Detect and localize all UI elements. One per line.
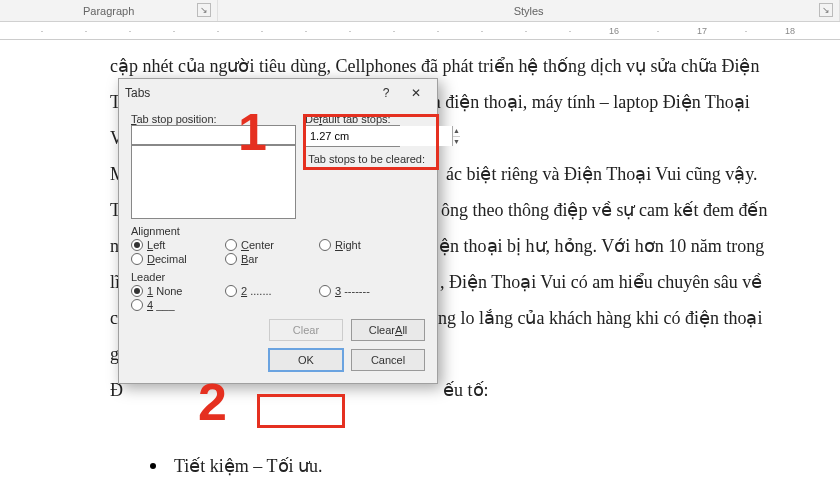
spinner-down-icon[interactable]: ▼ [453, 137, 460, 147]
ribbon-label-styles: Styles [514, 5, 544, 17]
default-tab-stops-label: Default tab stops: [305, 113, 425, 125]
alignment-label: Alignment [131, 225, 425, 237]
default-tab-stops-spinner[interactable]: ▲ ▼ [305, 125, 400, 147]
close-button[interactable]: ✕ [401, 83, 431, 103]
help-button[interactable]: ? [371, 83, 401, 103]
clear-all-button[interactable]: Clear All [351, 319, 425, 341]
ribbon-label-paragraph: Paragraph [83, 5, 134, 17]
cancel-button[interactable]: Cancel [351, 349, 425, 371]
annotation-number-2: 2 [198, 372, 227, 432]
dialog-titlebar[interactable]: Tabs ? ✕ [119, 79, 437, 107]
tab-stop-position-input[interactable] [131, 125, 296, 145]
alignment-bar-radio[interactable]: Bar [225, 253, 313, 265]
ruler[interactable]: ············· 16· 17· 18 [0, 22, 840, 40]
styles-launcher-icon[interactable]: ↘ [819, 3, 833, 17]
ok-button[interactable]: OK [269, 349, 343, 371]
ruler-tick: 17 [680, 26, 724, 36]
ribbon-group-paragraph: Paragraph ↘ [0, 0, 218, 21]
clear-button[interactable]: Clear [269, 319, 343, 341]
leader-label: Leader [131, 271, 425, 283]
tab-stop-position-label: TTab stop position:ab stop position: [131, 113, 297, 125]
ribbon-group-styles: Styles ↘ [218, 0, 840, 21]
default-tab-stops-value[interactable] [306, 126, 452, 146]
alignment-center-radio[interactable]: Center [225, 239, 313, 251]
leader-underline-radio[interactable]: 4 ___ [131, 299, 219, 311]
alignment-left-radio[interactable]: Left [131, 239, 219, 251]
bullet-item: Tiết kiệm – Tối ưu. [110, 448, 780, 484]
tabs-dialog: Tabs ? ✕ TTab stop position:ab stop posi… [118, 78, 438, 384]
alignment-right-radio[interactable]: Right [319, 239, 407, 251]
ribbon: Paragraph ↘ Styles ↘ [0, 0, 840, 22]
leader-dashes-radio[interactable]: 3 ------- [319, 285, 407, 297]
tab-stops-cleared-label: Tab stops to be cleared: [305, 153, 425, 165]
leader-dots-radio[interactable]: 2 ....... [225, 285, 313, 297]
annotation-number-1: 1 [238, 102, 267, 162]
ruler-tick: 18 [768, 26, 812, 36]
tab-stop-list[interactable] [131, 145, 296, 219]
spinner-up-icon[interactable]: ▲ [453, 126, 460, 137]
ruler-tick: 16 [592, 26, 636, 36]
leader-none-radio[interactable]: 1 None [131, 285, 219, 297]
bullet-icon [150, 463, 156, 469]
dialog-title: Tabs [125, 86, 371, 100]
paragraph-launcher-icon[interactable]: ↘ [197, 3, 211, 17]
alignment-decimal-radio[interactable]: Decimal [131, 253, 219, 265]
